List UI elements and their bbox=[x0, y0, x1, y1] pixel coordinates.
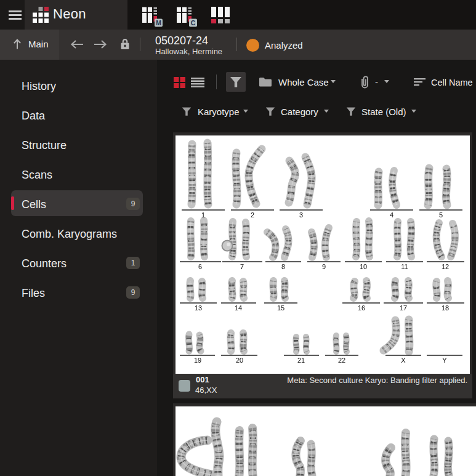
svg-text:8: 8 bbox=[281, 263, 285, 270]
svg-text:1: 1 bbox=[201, 211, 205, 219]
svg-text:X: X bbox=[401, 357, 406, 364]
svg-text:19: 19 bbox=[194, 357, 201, 364]
svg-text:5: 5 bbox=[439, 211, 443, 219]
svg-text:17: 17 bbox=[400, 304, 407, 312]
svg-text:3: 3 bbox=[299, 211, 303, 219]
svg-text:12: 12 bbox=[442, 263, 449, 270]
svg-text:13: 13 bbox=[195, 304, 202, 312]
svg-text:7: 7 bbox=[240, 263, 244, 270]
svg-text:18: 18 bbox=[442, 304, 449, 312]
svg-text:M: M bbox=[156, 19, 161, 26]
svg-text:6: 6 bbox=[198, 263, 202, 270]
svg-text:22: 22 bbox=[338, 357, 345, 364]
svg-text:Y: Y bbox=[442, 357, 447, 364]
svg-text:15: 15 bbox=[277, 304, 284, 312]
svg-text:9: 9 bbox=[322, 263, 326, 270]
svg-text:14: 14 bbox=[235, 304, 242, 312]
svg-text:11: 11 bbox=[401, 263, 408, 270]
svg-text:20: 20 bbox=[236, 357, 243, 364]
svg-text:21: 21 bbox=[297, 357, 305, 364]
svg-text:2: 2 bbox=[251, 211, 254, 219]
svg-text:10: 10 bbox=[360, 263, 367, 270]
svg-text:16: 16 bbox=[358, 304, 365, 312]
svg-text:C: C bbox=[191, 19, 196, 26]
svg-text:4: 4 bbox=[390, 211, 393, 219]
